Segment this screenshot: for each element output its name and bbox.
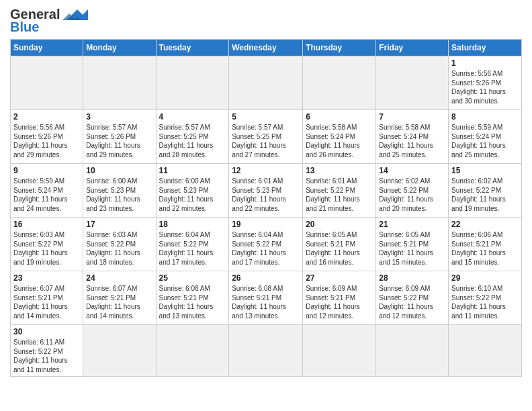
calendar-cell: 15Sunrise: 6:02 AM Sunset: 5:22 PM Dayli…	[449, 164, 522, 218]
calendar-cell	[229, 325, 303, 377]
day-number: 6	[306, 112, 373, 122]
day-info: Sunrise: 6:10 AM Sunset: 5:22 PM Dayligh…	[451, 284, 519, 320]
calendar-cell: 29Sunrise: 6:10 AM Sunset: 5:22 PM Dayli…	[449, 271, 522, 325]
day-number: 30	[13, 327, 80, 336]
day-number: 8	[451, 112, 519, 122]
day-number: 13	[306, 166, 373, 175]
day-number: 4	[159, 112, 226, 122]
day-info: Sunrise: 6:05 AM Sunset: 5:21 PM Dayligh…	[306, 230, 373, 267]
weekday-header-thursday: Thursday	[303, 40, 376, 56]
calendar-cell: 11Sunrise: 6:00 AM Sunset: 5:23 PM Dayli…	[156, 164, 229, 218]
calendar-cell: 10Sunrise: 6:00 AM Sunset: 5:23 PM Dayli…	[83, 164, 156, 218]
day-number: 28	[379, 273, 445, 283]
day-info: Sunrise: 5:57 AM Sunset: 5:25 PM Dayligh…	[159, 123, 226, 159]
calendar-cell: 3Sunrise: 5:57 AM Sunset: 5:26 PM Daylig…	[83, 110, 156, 164]
day-number: 11	[159, 166, 226, 175]
calendar-cell: 25Sunrise: 6:08 AM Sunset: 5:21 PM Dayli…	[156, 271, 229, 325]
day-info: Sunrise: 6:09 AM Sunset: 5:22 PM Dayligh…	[379, 284, 445, 320]
calendar-cell: 4Sunrise: 5:57 AM Sunset: 5:25 PM Daylig…	[156, 110, 229, 164]
day-number: 14	[379, 166, 445, 175]
calendar-cell	[229, 56, 303, 110]
day-number: 16	[13, 220, 80, 229]
day-number: 5	[232, 112, 300, 122]
calendar-cell	[303, 56, 376, 110]
page-header: General Blue	[10, 7, 522, 34]
day-number: 20	[306, 220, 373, 229]
day-info: Sunrise: 5:58 AM Sunset: 5:24 PM Dayligh…	[306, 123, 373, 159]
day-info: Sunrise: 6:03 AM Sunset: 5:22 PM Dayligh…	[13, 230, 80, 267]
day-number: 7	[379, 112, 445, 122]
day-number: 2	[13, 112, 80, 122]
day-number: 27	[306, 273, 373, 283]
calendar-cell: 8Sunrise: 5:59 AM Sunset: 5:24 PM Daylig…	[449, 110, 522, 164]
day-number: 22	[451, 220, 519, 229]
calendar-cell	[156, 56, 229, 110]
calendar-week-4: 16Sunrise: 6:03 AM Sunset: 5:22 PM Dayli…	[11, 218, 522, 271]
day-number: 1	[451, 58, 519, 68]
day-info: Sunrise: 6:09 AM Sunset: 5:21 PM Dayligh…	[306, 284, 373, 320]
day-info: Sunrise: 6:07 AM Sunset: 5:21 PM Dayligh…	[13, 284, 80, 320]
logo-blue: Blue	[10, 20, 39, 34]
day-info: Sunrise: 6:00 AM Sunset: 5:23 PM Dayligh…	[159, 177, 226, 213]
day-info: Sunrise: 5:58 AM Sunset: 5:24 PM Dayligh…	[379, 123, 445, 159]
weekday-header-monday: Monday	[83, 40, 156, 56]
calendar-cell	[449, 325, 522, 377]
calendar-cell	[376, 325, 449, 377]
day-info: Sunrise: 6:06 AM Sunset: 5:21 PM Dayligh…	[451, 230, 519, 267]
day-info: Sunrise: 5:56 AM Sunset: 5:26 PM Dayligh…	[13, 123, 80, 159]
day-number: 19	[232, 220, 300, 229]
day-number: 3	[86, 112, 152, 122]
day-number: 21	[379, 220, 445, 229]
day-info: Sunrise: 5:57 AM Sunset: 5:26 PM Dayligh…	[86, 123, 152, 159]
logo: General Blue	[10, 7, 88, 34]
weekday-header-friday: Friday	[376, 40, 449, 56]
calendar-cell: 2Sunrise: 5:56 AM Sunset: 5:26 PM Daylig…	[11, 110, 83, 164]
day-info: Sunrise: 6:08 AM Sunset: 5:21 PM Dayligh…	[159, 284, 226, 320]
day-info: Sunrise: 6:01 AM Sunset: 5:23 PM Dayligh…	[232, 177, 300, 213]
calendar-cell: 5Sunrise: 5:57 AM Sunset: 5:25 PM Daylig…	[229, 110, 303, 164]
calendar-cell	[376, 56, 449, 110]
weekday-header-row: SundayMondayTuesdayWednesdayThursdayFrid…	[11, 40, 522, 56]
day-info: Sunrise: 6:05 AM Sunset: 5:21 PM Dayligh…	[379, 230, 445, 267]
day-number: 15	[451, 166, 519, 175]
calendar-cell: 22Sunrise: 6:06 AM Sunset: 5:21 PM Dayli…	[449, 218, 522, 271]
day-info: Sunrise: 6:04 AM Sunset: 5:22 PM Dayligh…	[232, 230, 300, 267]
day-info: Sunrise: 5:59 AM Sunset: 5:24 PM Dayligh…	[451, 123, 519, 159]
day-number: 17	[86, 220, 152, 229]
day-number: 9	[13, 166, 80, 175]
day-info: Sunrise: 6:01 AM Sunset: 5:22 PM Dayligh…	[306, 177, 373, 213]
day-number: 26	[232, 273, 300, 283]
calendar-cell	[11, 56, 83, 110]
calendar-cell: 1Sunrise: 5:56 AM Sunset: 5:26 PM Daylig…	[449, 56, 522, 110]
day-info: Sunrise: 6:03 AM Sunset: 5:22 PM Dayligh…	[86, 230, 152, 267]
calendar-cell: 13Sunrise: 6:01 AM Sunset: 5:22 PM Dayli…	[303, 164, 376, 218]
weekday-header-wednesday: Wednesday	[229, 40, 303, 56]
calendar-week-2: 2Sunrise: 5:56 AM Sunset: 5:26 PM Daylig…	[11, 110, 522, 164]
calendar-cell: 18Sunrise: 6:04 AM Sunset: 5:22 PM Dayli…	[156, 218, 229, 271]
calendar-cell: 24Sunrise: 6:07 AM Sunset: 5:21 PM Dayli…	[83, 271, 156, 325]
day-number: 29	[451, 273, 519, 283]
calendar-cell	[156, 325, 229, 377]
weekday-header-tuesday: Tuesday	[156, 40, 229, 56]
day-info: Sunrise: 6:02 AM Sunset: 5:22 PM Dayligh…	[451, 177, 519, 213]
day-number: 10	[86, 166, 152, 175]
calendar-cell: 20Sunrise: 6:05 AM Sunset: 5:21 PM Dayli…	[303, 218, 376, 271]
calendar-cell: 21Sunrise: 6:05 AM Sunset: 5:21 PM Dayli…	[376, 218, 449, 271]
calendar-cell: 7Sunrise: 5:58 AM Sunset: 5:24 PM Daylig…	[376, 110, 449, 164]
day-number: 18	[159, 220, 226, 229]
day-number: 12	[232, 166, 300, 175]
day-number: 23	[13, 273, 80, 283]
day-info: Sunrise: 5:59 AM Sunset: 5:24 PM Dayligh…	[13, 177, 80, 213]
day-info: Sunrise: 6:07 AM Sunset: 5:21 PM Dayligh…	[86, 284, 152, 320]
weekday-header-sunday: Sunday	[11, 40, 83, 56]
calendar-week-5: 23Sunrise: 6:07 AM Sunset: 5:21 PM Dayli…	[11, 271, 522, 325]
calendar-cell: 14Sunrise: 6:02 AM Sunset: 5:22 PM Dayli…	[376, 164, 449, 218]
calendar-week-3: 9Sunrise: 5:59 AM Sunset: 5:24 PM Daylig…	[11, 164, 522, 218]
calendar-cell: 17Sunrise: 6:03 AM Sunset: 5:22 PM Dayli…	[83, 218, 156, 271]
calendar-cell: 28Sunrise: 6:09 AM Sunset: 5:22 PM Dayli…	[376, 271, 449, 325]
calendar-cell: 19Sunrise: 6:04 AM Sunset: 5:22 PM Dayli…	[229, 218, 303, 271]
day-info: Sunrise: 6:08 AM Sunset: 5:21 PM Dayligh…	[232, 284, 300, 320]
day-number: 24	[86, 273, 152, 283]
day-info: Sunrise: 6:04 AM Sunset: 5:22 PM Dayligh…	[159, 230, 226, 267]
day-info: Sunrise: 6:02 AM Sunset: 5:22 PM Dayligh…	[379, 177, 445, 213]
